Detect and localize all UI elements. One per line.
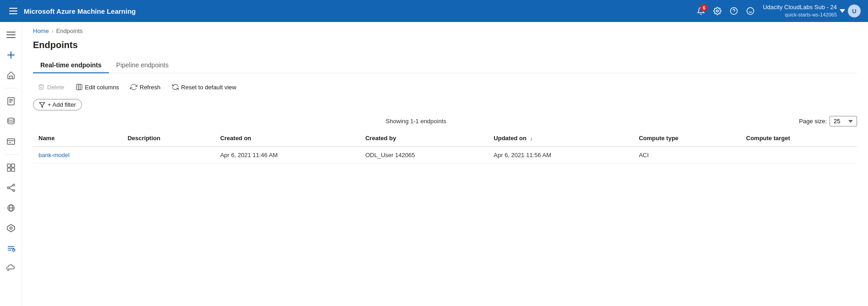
svg-point-31 xyxy=(12,249,15,251)
sidebar-item-cloud[interactable] xyxy=(2,259,20,278)
col-header-compute-target: Compute target xyxy=(741,130,857,147)
main-content: Home › Endpoints Endpoints Real-time end… xyxy=(22,22,868,306)
cell-compute-target xyxy=(741,147,857,164)
col-header-name: Name xyxy=(33,130,122,147)
endpoints-table: Name Description Created on Created by U… xyxy=(33,130,857,164)
sidebar-item-models[interactable] xyxy=(2,219,20,237)
table-body: bank-model Apr 6, 2021 11:46 AM ODL_User… xyxy=(33,147,857,164)
svg-point-3 xyxy=(747,8,754,15)
account-section[interactable]: Udacity CloudLabs Sub - 24 quick-starts-… xyxy=(763,4,861,18)
breadcrumb-separator: › xyxy=(52,28,54,34)
sidebar-item-data[interactable] xyxy=(2,112,20,131)
svg-point-0 xyxy=(716,10,719,12)
filter-icon xyxy=(39,102,45,108)
toolbar: Delete Edit columns Refresh Reset to def… xyxy=(33,81,857,93)
svg-line-24 xyxy=(9,186,13,187)
page-title: Endpoints xyxy=(33,40,857,50)
col-header-compute-type: Compute type xyxy=(633,130,740,147)
page-size-select[interactable]: 25 10 50 100 xyxy=(830,116,857,126)
tab-pipeline-endpoints[interactable]: Pipeline endpoints xyxy=(109,58,176,73)
header-left: Microsoft Azure Machine Learning xyxy=(7,6,136,16)
sidebar-item-home[interactable] xyxy=(2,66,20,84)
col-header-created-by: Created by xyxy=(360,130,488,147)
edit-columns-icon xyxy=(76,83,83,91)
main-layout: Home › Endpoints Endpoints Real-time end… xyxy=(0,22,868,306)
svg-rect-18 xyxy=(11,164,15,167)
cell-updated-on: Apr 6, 2021 11:56 AM xyxy=(488,147,633,164)
svg-rect-20 xyxy=(11,168,15,171)
table-info-row: Showing 1-1 endpoints Page size: 25 10 5… xyxy=(33,116,857,126)
sidebar-item-components[interactable] xyxy=(2,158,20,177)
svg-rect-14 xyxy=(7,139,15,144)
svg-rect-7 xyxy=(6,34,16,35)
table-header: Name Description Created on Created by U… xyxy=(33,130,857,147)
delete-icon xyxy=(38,83,45,91)
table-header-row: Name Description Created on Created by U… xyxy=(33,130,857,147)
header-right: 6 Udacity CloudLabs Sub - 24 quick-start… xyxy=(697,4,861,18)
svg-rect-8 xyxy=(6,37,16,38)
notification-button[interactable]: 6 xyxy=(697,7,705,15)
account-chevron-icon xyxy=(840,8,845,14)
reset-view-button[interactable]: Reset to default view xyxy=(167,81,241,93)
page-size-control: Page size: 25 10 50 100 xyxy=(799,116,857,126)
breadcrumb-current: Endpoints xyxy=(56,27,83,34)
edit-columns-button[interactable]: Edit columns xyxy=(71,81,124,93)
sidebar-item-environments[interactable] xyxy=(2,199,20,217)
hamburger-menu[interactable] xyxy=(7,6,19,16)
col-header-description: Description xyxy=(122,130,215,147)
col-header-created-on: Created on xyxy=(215,130,360,147)
svg-rect-9 xyxy=(8,98,14,105)
tabs-container: Real-time endpoints Pipeline endpoints xyxy=(33,58,857,73)
svg-point-23 xyxy=(13,190,15,191)
showing-text: Showing 1-1 endpoints xyxy=(33,118,799,125)
sidebar-item-jobs[interactable] xyxy=(2,132,20,151)
table-row: bank-model Apr 6, 2021 11:46 AM ODL_User… xyxy=(33,147,857,164)
avatar: U xyxy=(848,5,861,17)
app-name: Microsoft Azure Machine Learning xyxy=(24,7,136,15)
svg-marker-29 xyxy=(7,224,15,232)
svg-rect-19 xyxy=(7,168,11,171)
settings-button[interactable] xyxy=(713,7,722,15)
svg-line-25 xyxy=(9,188,13,190)
col-header-updated-on[interactable]: Updated on ↓ xyxy=(488,130,633,147)
help-button[interactable] xyxy=(730,7,738,15)
breadcrumb: Home › Endpoints xyxy=(33,27,857,34)
sidebar-item-notebooks[interactable] xyxy=(2,92,20,110)
breadcrumb-home[interactable]: Home xyxy=(33,27,49,34)
notification-badge: 6 xyxy=(700,4,708,11)
sidebar-collapse-button[interactable] xyxy=(2,26,20,44)
top-header: Microsoft Azure Machine Learning 6 Udaci… xyxy=(0,0,868,22)
page-size-label: Page size: xyxy=(799,118,827,125)
sidebar-item-pipelines[interactable] xyxy=(2,179,20,197)
sidebar-item-endpoints[interactable] xyxy=(2,239,20,257)
cell-name: bank-model xyxy=(33,147,122,164)
sort-arrow-updated-on: ↓ xyxy=(530,136,532,141)
svg-point-30 xyxy=(10,227,12,230)
account-name: Udacity CloudLabs Sub - 24 quick-starts-… xyxy=(763,4,837,18)
feedback-button[interactable] xyxy=(746,7,754,15)
filter-section: + Add filter xyxy=(33,99,857,110)
refresh-icon xyxy=(130,83,137,91)
sidebar-divider-2 xyxy=(4,154,18,155)
reset-icon xyxy=(172,83,179,91)
sidebar xyxy=(0,22,22,306)
svg-marker-35 xyxy=(39,102,45,107)
cell-compute-type: ACI xyxy=(633,147,740,164)
svg-point-13 xyxy=(8,118,14,120)
sidebar-divider-1 xyxy=(4,88,18,88)
cell-description xyxy=(122,147,215,164)
svg-rect-17 xyxy=(7,164,11,167)
cell-created-by: ODL_User 142065 xyxy=(360,147,488,164)
refresh-button[interactable]: Refresh xyxy=(125,81,165,93)
add-filter-button[interactable]: + Add filter xyxy=(33,99,82,110)
delete-button[interactable]: Delete xyxy=(33,81,69,93)
tab-realtime-endpoints[interactable]: Real-time endpoints xyxy=(33,58,109,73)
svg-rect-32 xyxy=(76,84,82,90)
cell-created-on: Apr 6, 2021 11:46 AM xyxy=(215,147,360,164)
endpoint-link-bank-model[interactable]: bank-model xyxy=(38,152,70,158)
svg-rect-6 xyxy=(6,32,16,33)
svg-point-22 xyxy=(13,184,15,186)
sidebar-create-button[interactable] xyxy=(2,46,20,64)
svg-point-21 xyxy=(7,187,9,189)
